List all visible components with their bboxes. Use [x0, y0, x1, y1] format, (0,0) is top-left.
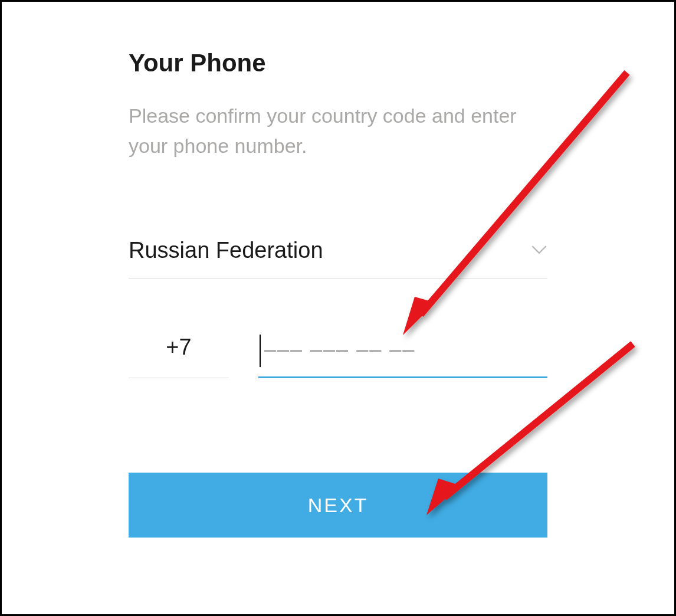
chevron-down-icon	[531, 244, 547, 257]
country-code-field[interactable]: +7	[129, 335, 229, 378]
phone-placeholder: ––– ––– –– ––	[258, 337, 415, 361]
text-caret	[260, 335, 261, 367]
country-name-label: Russian Federation	[129, 238, 323, 263]
phone-row: +7 ––– ––– –– ––	[129, 335, 547, 378]
country-code-value: +7	[129, 335, 229, 360]
page-subtitle: Please confirm your country code and ent…	[129, 101, 547, 161]
login-phone-container: Your Phone Please confirm your country c…	[2, 2, 674, 538]
phone-number-field[interactable]: ––– ––– –– ––	[258, 335, 547, 378]
next-button[interactable]: NEXT	[129, 473, 547, 538]
page-title: Your Phone	[129, 49, 547, 77]
country-selector[interactable]: Russian Federation	[129, 238, 547, 278]
